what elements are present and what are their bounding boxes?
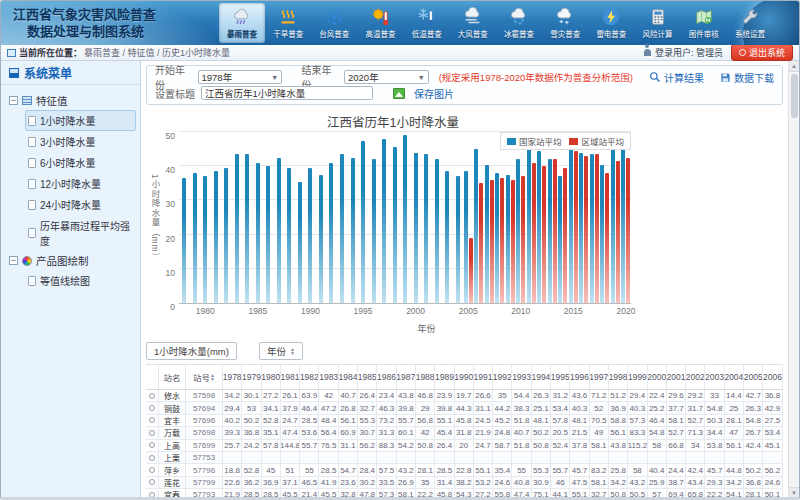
bar-group-1992 — [326, 132, 337, 303]
bar — [351, 158, 355, 303]
radio-button[interactable] — [149, 442, 155, 448]
start-year-select[interactable]: 1978年▼ — [198, 70, 283, 84]
value-cell: 31.1 — [339, 440, 358, 451]
table-row[interactable]: 修水5759834.230.127.226.163.94240.726.423.… — [146, 390, 783, 402]
value-cell: 20.5 — [551, 427, 570, 438]
value-cell: 54.1 — [725, 489, 744, 498]
scroll-down-arrow[interactable]: ▼ — [789, 487, 799, 498]
value-cell: 46.3 — [377, 402, 396, 413]
radio-button[interactable] — [149, 405, 155, 411]
value-cell: 42 — [416, 427, 435, 438]
table-row[interactable]: 万载5769839.336.835.147.453.656.460.930.73… — [146, 427, 783, 439]
table-row[interactable]: 莲花5779922.636.236.937.146.541.923.630.23… — [146, 477, 783, 489]
toolbar-item-rainstorm[interactable]: 暴雨普查 — [219, 3, 265, 43]
value-cell: 25.9 — [648, 477, 667, 488]
value-cell: 33 — [705, 390, 724, 401]
page-icon — [28, 228, 36, 238]
value-cell: 40.3 — [570, 402, 589, 413]
scroll-up-arrow[interactable]: ▲ — [789, 61, 799, 72]
value-cell: 32.7 — [590, 489, 609, 498]
table-row[interactable]: 上栗57753 — [146, 452, 783, 464]
value-cell: 28.5 — [319, 464, 338, 475]
value-cell: 51.2 — [609, 390, 628, 401]
value-cell: 23.4 — [377, 390, 396, 401]
toolbar-item-map-review[interactable]: 图件审核 — [681, 3, 727, 43]
toolbar-item-snow[interactable]: 雪灾普查 — [542, 3, 588, 43]
row-radio-cell — [146, 464, 159, 475]
value-cell: 115.2 — [628, 440, 647, 451]
bar — [245, 154, 249, 303]
value-cell: 56.2 — [763, 464, 782, 475]
value-cell: 46.4 — [648, 415, 667, 426]
row-radio-cell — [146, 390, 159, 401]
radio-button[interactable] — [149, 479, 155, 485]
current-user: 登录用户: 管理员 — [655, 46, 723, 59]
value-cell: 40.2 — [223, 415, 242, 426]
sidebar-item[interactable]: 等值线绘图 — [25, 270, 136, 291]
toolbar-item-cold[interactable]: 低温普查 — [404, 3, 450, 43]
lightning-icon — [600, 7, 622, 27]
value-cell: 53.8 — [705, 440, 724, 451]
toolbar-item-heat[interactable]: 高温普查 — [358, 3, 404, 43]
radio-button[interactable] — [149, 467, 155, 473]
calc-result-button[interactable]: 计算结果 — [649, 70, 704, 85]
value-cell: 14.4 — [725, 390, 744, 401]
value-cell: 73.2 — [377, 415, 396, 426]
sidebar-item[interactable]: 1小时降水量 — [25, 110, 136, 131]
collapse-icon[interactable]: − — [9, 96, 18, 105]
table-row[interactable]: 上高5769925.724.257.8144.855.776.531.156.2… — [146, 440, 783, 452]
bar-group-2007 — [484, 132, 495, 303]
data-download-button[interactable]: 数据下载 — [720, 70, 774, 85]
bar — [553, 159, 557, 303]
value-cell: 57.5 — [377, 464, 396, 475]
radio-button[interactable] — [149, 417, 155, 423]
sidebar-item[interactable]: 历年暴雨过程平均强度 — [25, 215, 136, 251]
page-icon — [28, 116, 36, 126]
value-cell: 54.7 — [339, 464, 358, 475]
toolbar-item-label: 低温普查 — [412, 28, 442, 39]
value-cell: 37.8 — [570, 440, 589, 451]
header-year: 1990 — [455, 365, 474, 389]
bar — [558, 176, 562, 303]
sidebar-item[interactable]: 6小时降水量 — [25, 152, 136, 173]
bar — [287, 168, 291, 303]
logout-button[interactable]: 退出系统 — [731, 44, 793, 61]
table-row[interactable]: 宜丰5769640.250.252.824.728.548.456.155.37… — [146, 415, 783, 427]
save-image-button[interactable]: 保存图片 — [414, 86, 454, 101]
filter-panel: 开始年份 1978年▼ 结束年份 2020年▼ (规定采用1978-2020年数… — [146, 65, 783, 105]
x-tick-label: 2005 — [459, 306, 478, 316]
chart-title-input[interactable] — [201, 86, 373, 100]
toolbar-item-typhoon[interactable]: 台风普查 — [311, 3, 357, 43]
toolbar-item-label: 高温普查 — [366, 28, 396, 39]
sidebar-item[interactable]: 12小时降水量 — [25, 173, 136, 194]
table-row[interactable]: 铜鼓5769429.45334.137.946.447.226.832.746.… — [146, 402, 783, 414]
end-year-select[interactable]: 2020年▼ — [344, 70, 429, 84]
toolbar-item-lightning[interactable]: 雷电普查 — [588, 3, 634, 43]
toolbar-item-risk-calc[interactable]: 风险计算 — [635, 3, 681, 43]
logout-label: 退出系统 — [749, 46, 785, 59]
sidebar-item[interactable]: 3小时降水量 — [25, 131, 136, 152]
sidebar-group-0[interactable]: −特征值 — [9, 91, 136, 110]
sidebar-group-1[interactable]: −产品图绘制 — [9, 251, 136, 270]
toolbar-item-drought[interactable]: 干旱普查 — [265, 3, 311, 43]
table-sort-select[interactable]: 年份 ▲▼ — [259, 342, 303, 360]
bar — [621, 137, 625, 303]
toolbar-item-settings[interactable]: 系统设置 — [727, 3, 773, 43]
toolbar-item-wind[interactable]: 大风普查 — [450, 3, 496, 43]
table-unit-button[interactable]: 1小时降水量(mm) — [146, 342, 237, 360]
table-row[interactable]: 萍乡5779618.852.845515528.554.728.457.543.… — [146, 464, 783, 476]
radio-button[interactable] — [149, 455, 155, 461]
header-station-id[interactable]: 站号▲▼ — [186, 365, 223, 389]
vertical-scrollbar-thumb[interactable] — [791, 74, 798, 118]
risk-calc-icon — [647, 7, 669, 27]
collapse-icon[interactable]: − — [9, 256, 18, 265]
table-row[interactable]: 宜春5779321.928.528.545.521.445.532.847.85… — [146, 489, 783, 498]
value-cell — [686, 452, 705, 463]
radio-button[interactable] — [149, 393, 155, 399]
header-station-name[interactable]: 站名 — [159, 365, 186, 389]
radio-button[interactable] — [149, 430, 155, 436]
sidebar-item[interactable]: 24小时降水量 — [25, 194, 136, 215]
radio-button[interactable] — [149, 492, 155, 498]
toolbar-item-hail[interactable]: 冰雹普查 — [496, 3, 542, 43]
vertical-scrollbar[interactable]: ▲ ▼ — [788, 61, 799, 498]
